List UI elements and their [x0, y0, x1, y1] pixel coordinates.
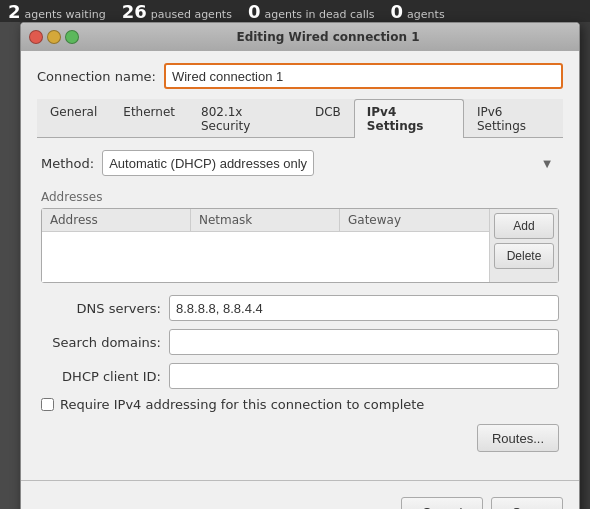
left-panel: [0, 22, 20, 509]
require-ipv4-row: Require IPv4 addressing for this connect…: [41, 397, 559, 412]
tab-ipv6[interactable]: IPv6 Settings: [464, 99, 563, 138]
delete-address-button[interactable]: Delete: [494, 243, 554, 269]
search-label: Search domains:: [41, 335, 161, 350]
stat-agents-label: agents: [407, 8, 445, 21]
search-input[interactable]: [169, 329, 559, 355]
addresses-header: Address Netmask Gateway: [42, 209, 489, 232]
addresses-table: Address Netmask Gateway: [42, 209, 489, 282]
add-address-button[interactable]: Add: [494, 213, 554, 239]
stat-agents-num: 0: [391, 1, 404, 22]
method-row: Method: Automatic (DHCP) Automatic (DHCP…: [41, 150, 559, 176]
close-button[interactable]: [29, 30, 43, 44]
dhcp-label: DHCP client ID:: [41, 369, 161, 384]
tab-ipv4[interactable]: IPv4 Settings: [354, 99, 464, 138]
search-domains-row: Search domains:: [41, 329, 559, 355]
save-button[interactable]: Save: [491, 497, 563, 509]
dns-input[interactable]: [169, 295, 559, 321]
stat-dead-label: agents in dead calls: [264, 8, 374, 21]
dhcp-row: DHCP client ID:: [41, 363, 559, 389]
method-select[interactable]: Automatic (DHCP) Automatic (DHCP) addres…: [102, 150, 314, 176]
addresses-body: [42, 232, 489, 282]
stat-waiting: 2 agents waiting: [8, 1, 106, 22]
dns-row: DNS servers:: [41, 295, 559, 321]
tab-general[interactable]: General: [37, 99, 110, 138]
stat-waiting-label: agents waiting: [25, 8, 106, 21]
stat-agents: 0 agents: [391, 1, 445, 22]
stat-dead-num: 0: [248, 1, 261, 22]
connection-name-input[interactable]: [164, 63, 563, 89]
dialog-body: Connection name: General Ethernet 802.1x…: [21, 51, 579, 472]
stat-paused-num: 26: [122, 1, 147, 22]
title-bar: Editing Wired connection 1: [21, 23, 579, 51]
dialog-title: Editing Wired connection 1: [85, 30, 571, 44]
col-gateway: Gateway: [340, 209, 489, 231]
dhcp-input[interactable]: [169, 363, 559, 389]
routes-row: Routes...: [41, 424, 559, 452]
dns-label: DNS servers:: [41, 301, 161, 316]
tab-dcb[interactable]: DCB: [302, 99, 354, 138]
ipv4-form: Method: Automatic (DHCP) Automatic (DHCP…: [37, 150, 563, 452]
addresses-section-label: Addresses: [41, 190, 559, 204]
stat-paused: 26 paused agents: [122, 1, 232, 22]
dialog: Editing Wired connection 1 Connection na…: [20, 22, 580, 509]
stat-waiting-num: 2: [8, 1, 21, 22]
require-ipv4-checkbox[interactable]: [41, 398, 54, 411]
connection-name-row: Connection name:: [37, 63, 563, 89]
col-netmask: Netmask: [191, 209, 340, 231]
top-bar: 2 agents waiting 26 paused agents 0 agen…: [0, 0, 590, 22]
tab-bar: General Ethernet 802.1x Security DCB IPv…: [37, 99, 563, 138]
maximize-button[interactable]: [65, 30, 79, 44]
col-address: Address: [42, 209, 191, 231]
require-ipv4-label: Require IPv4 addressing for this connect…: [60, 397, 424, 412]
routes-button[interactable]: Routes...: [477, 424, 559, 452]
method-label: Method:: [41, 156, 94, 171]
window-controls: [29, 30, 79, 44]
addresses-buttons: Add Delete: [489, 209, 558, 282]
tab-ethernet[interactable]: Ethernet: [110, 99, 188, 138]
bottom-buttons: Cancel Save: [21, 489, 579, 509]
method-select-wrapper: Automatic (DHCP) Automatic (DHCP) addres…: [102, 150, 559, 176]
stat-paused-label: paused agents: [151, 8, 232, 21]
minimize-button[interactable]: [47, 30, 61, 44]
cancel-button[interactable]: Cancel: [401, 497, 483, 509]
connection-name-label: Connection name:: [37, 69, 156, 84]
addresses-table-wrapper: Address Netmask Gateway Add Delete: [41, 208, 559, 283]
dialog-separator: [21, 480, 579, 481]
stat-dead: 0 agents in dead calls: [248, 1, 375, 22]
tab-8021x[interactable]: 802.1x Security: [188, 99, 302, 138]
